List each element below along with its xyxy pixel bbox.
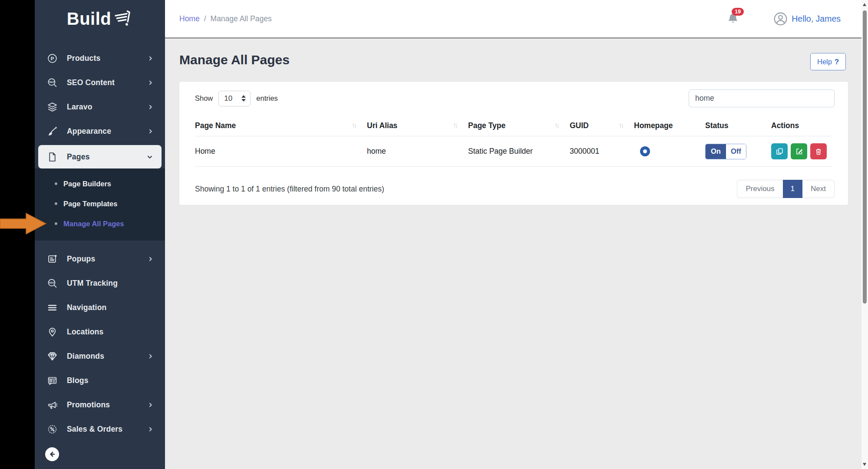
table-row: Home home Static Page Builder 3000001 On… [195, 136, 832, 167]
percent-badge-icon [46, 423, 58, 435]
megaphone-icon [46, 399, 58, 410]
sidebar-item-label: Laravo [67, 102, 148, 112]
sort-icon[interactable]: ↑↓ [352, 121, 356, 129]
page-size-select[interactable]: 10 [218, 91, 251, 106]
status-on-button[interactable]: On [706, 144, 726, 159]
entries-summary: Showing 1 to 1 of 1 entries (filtered fr… [195, 185, 384, 194]
column-header-uri-alias[interactable]: Uri Alias↑↓ [367, 115, 468, 136]
column-header-guid[interactable]: GUID↑↓ [570, 115, 634, 136]
diamond-icon [46, 350, 58, 362]
sidebar-item-label: Popups [67, 254, 148, 264]
sidebar-item-promotions[interactable]: Promotions [35, 393, 165, 417]
cell-page-type: Static Page Builder [468, 136, 570, 167]
column-header-page-name[interactable]: Page Name↑↓ [195, 115, 367, 136]
annotation-arrow [0, 212, 48, 235]
row-actions [771, 143, 832, 159]
sidebar-item-locations[interactable]: Locations [35, 320, 165, 344]
trash-icon [815, 148, 822, 155]
column-header-page-type[interactable]: Page Type↑↓ [468, 115, 570, 136]
utm-magnifier-icon: SEO [46, 277, 58, 289]
sort-icon[interactable]: ↑↓ [619, 121, 623, 129]
sidebar-item-label: Locations [67, 327, 154, 337]
submenu-item-label: Page Templates [63, 200, 117, 208]
help-button-label: Help [817, 58, 832, 66]
sidebar-item-laravo[interactable]: Laravo [35, 95, 165, 119]
pagination-page-1-button[interactable]: 1 [783, 180, 802, 198]
topbar: Home / Manage All Pages 19 Hello, James [165, 0, 861, 38]
select-caret-icon [241, 95, 246, 102]
sidebar-item-label: Appearance [67, 127, 148, 136]
arrow-left-circle-icon [48, 450, 56, 459]
sidebar-item-label: Blogs [67, 376, 154, 385]
seo-magnifier-icon: SEO [46, 77, 58, 88]
sort-icon[interactable]: ↑↓ [453, 121, 457, 129]
sidebar-item-label: Pages [67, 152, 147, 162]
sidebar-item-label: Navigation [67, 303, 154, 312]
avatar-icon[interactable] [773, 12, 788, 26]
pagination-previous-button[interactable]: Previous [737, 180, 782, 198]
submenu-item-label: Page Builders [63, 180, 111, 188]
delete-page-button[interactable] [810, 143, 827, 159]
column-label: GUID [570, 121, 589, 130]
cell-uri-alias: home [367, 136, 468, 167]
help-button[interactable]: Help ? [810, 53, 846, 70]
column-header-homepage: Homepage [634, 115, 705, 136]
sidebar-subitem-manage-all-pages[interactable]: Manage All Pages [35, 214, 165, 234]
layers-icon [46, 101, 58, 112]
sidebar-item-sales-orders[interactable]: Sales & Orders [35, 417, 165, 441]
sidebar-subitem-page-templates[interactable]: Page Templates [35, 194, 165, 214]
sidebar-item-navigation[interactable]: Navigation [35, 295, 165, 320]
app-logo[interactable]: Build [35, 0, 165, 37]
cell-homepage [634, 136, 705, 167]
homepage-radio-selected[interactable] [640, 146, 650, 156]
chevron-right-icon [148, 353, 154, 359]
sidebar-item-label: Sales & Orders [67, 425, 148, 434]
product-circle-p-icon: P [46, 53, 58, 64]
sidebar-item-utm-tracking[interactable]: SEO UTM Tracking [35, 271, 165, 295]
edit-page-button[interactable] [791, 143, 807, 159]
pagination-next-button[interactable]: Next [802, 180, 835, 198]
chevron-right-icon [148, 79, 154, 86]
collapse-sidebar-button[interactable] [45, 447, 59, 461]
sidebar-item-seo-content[interactable]: SEO SEO Content [35, 70, 165, 95]
chevron-right-icon [148, 104, 154, 110]
sidebar: Build P Products SEO SEO Content [35, 0, 165, 469]
sidebar-item-blogs[interactable]: Blogs [35, 368, 165, 393]
sort-icon[interactable]: ↑↓ [554, 121, 558, 129]
breadcrumb-home-link[interactable]: Home [179, 14, 200, 23]
status-off-button[interactable]: Off [726, 144, 746, 159]
notifications-button[interactable]: 19 [726, 12, 739, 26]
column-header-actions: Actions [771, 115, 832, 136]
user-greeting[interactable]: Hello, James [792, 14, 841, 24]
sidebar-item-pages[interactable]: Pages [38, 145, 162, 168]
search-input[interactable] [689, 89, 835, 107]
bullet-icon [55, 202, 57, 205]
sidebar-item-diamonds[interactable]: Diamonds [35, 344, 165, 368]
sidebar-subitem-page-builders[interactable]: Page Builders [35, 174, 165, 194]
scrollbar-up-arrow-icon[interactable] [863, 3, 866, 6]
map-pin-icon [46, 326, 58, 337]
popup-window-icon [46, 253, 58, 264]
app-logo-text: Build [67, 9, 111, 29]
help-question-mark: ? [835, 58, 839, 66]
scrollbar-down-arrow-icon[interactable] [863, 463, 866, 466]
sidebar-item-popups[interactable]: Popups [35, 247, 165, 271]
sidebar-item-products[interactable]: P Products [35, 46, 165, 70]
duplicate-page-button[interactable] [771, 143, 788, 159]
bullet-icon [55, 182, 57, 185]
bullet-icon [55, 222, 57, 225]
vertical-scrollbar[interactable] [861, 0, 868, 469]
svg-text:P: P [50, 56, 54, 61]
sidebar-item-appearance[interactable]: Appearance [35, 119, 165, 143]
main-content: Manage All Pages Help ? Show 10 entries [165, 38, 861, 469]
table-toolbar: Show 10 entries [195, 89, 835, 107]
breadcrumb-separator: / [204, 14, 206, 23]
svg-text:SEO: SEO [49, 81, 54, 83]
chevron-right-icon [148, 55, 154, 61]
pages-submenu: Page Builders Page Templates Manage All … [35, 168, 165, 241]
hamburger-menu-icon [46, 302, 58, 313]
copy-icon [776, 147, 784, 155]
scrollbar-thumb[interactable] [863, 10, 867, 304]
breadcrumb: Home / Manage All Pages [179, 14, 272, 23]
chevron-right-icon [148, 426, 154, 432]
